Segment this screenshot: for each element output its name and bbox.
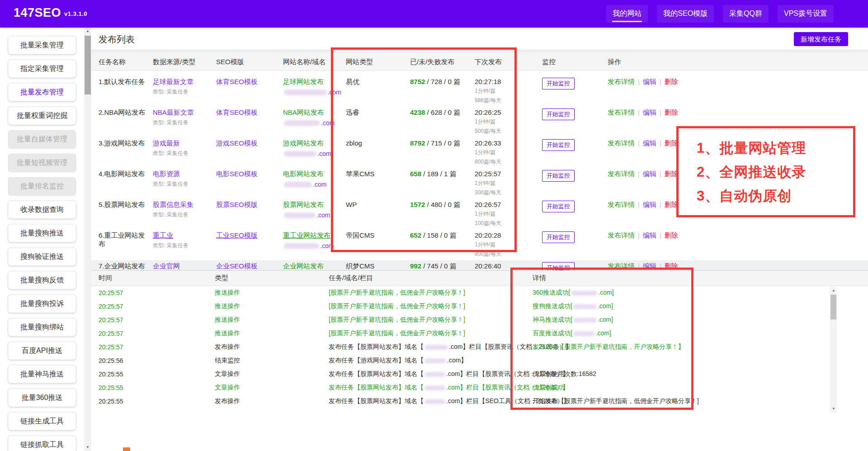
site-name-link[interactable]: NBA网站发布 [283, 108, 324, 116]
redacted-domain [284, 212, 316, 218]
sidebar-item[interactable]: 链接生成工具 [8, 412, 76, 430]
sidebar-item[interactable]: 批量发布管理 [8, 83, 76, 101]
sidebar-item[interactable]: 收录数据查询 [8, 201, 76, 219]
publish-rate: 1分钟/篇 [475, 87, 538, 95]
delete-link[interactable]: 删除 [665, 201, 678, 208]
daily-limit: 300篇/每天 [475, 189, 538, 197]
start-monitor-button[interactable]: 开始监控 [542, 78, 575, 89]
seo-template-link[interactable]: 工业SEO模版 [216, 231, 258, 239]
sidebar-item[interactable]: 批量搜狗推送 [8, 224, 76, 242]
publish-detail-link[interactable]: 发布详情 [608, 170, 635, 178]
site-name-link[interactable]: 企业网站发布 [283, 262, 324, 270]
scroll-down-icon[interactable]: ▼ [84, 444, 91, 451]
nav-item[interactable]: VPS拨号设置 [778, 5, 834, 23]
start-monitor-button[interactable]: 开始监控 [542, 108, 575, 120]
daily-limit: 800篇/每天 [475, 158, 538, 166]
seo-template-link[interactable]: 体育SEO模板 [216, 108, 258, 116]
sidebar-item[interactable]: 指定采集管理 [8, 60, 76, 78]
seo-template-link[interactable]: 体育SEO模板 [216, 78, 258, 85]
data-source-link[interactable]: 企业官网 [153, 262, 180, 270]
sidebar-item[interactable]: 批量搜狗投诉 [8, 295, 76, 313]
edit-link[interactable]: 编辑 [643, 231, 656, 239]
data-source-type: 类型: 采集任务 [153, 180, 212, 188]
sidebar-item[interactable]: 批量神马推送 [8, 365, 76, 383]
data-source-type: 类型: 采集任务 [153, 150, 212, 157]
scroll-up-icon[interactable]: ▲ [830, 287, 837, 294]
scrollbar-thumb[interactable] [830, 295, 836, 319]
data-source-link[interactable]: NBA最新文章 [153, 108, 194, 116]
edit-link[interactable]: 编辑 [643, 201, 656, 208]
new-publish-task-button[interactable]: 新增发布任务 [794, 32, 848, 46]
log-row: 20:25:55文章操作发布任务【股票网站发布】域名【.com】栏目【股票资讯（… [91, 367, 868, 381]
col-publish-stats: 已/未/失败发布 [410, 58, 475, 66]
redacted-domain [284, 151, 316, 157]
site-cell: NBA网站发布.com [283, 108, 346, 127]
top-nav: 我的网站我的SEO模版采集QQ群VPS拨号设置 [606, 0, 834, 28]
nav-item[interactable]: 采集QQ群 [723, 5, 769, 23]
scroll-up-icon[interactable]: ▲ [84, 28, 91, 35]
domain-suffix: .com [317, 150, 331, 157]
scroll-down-icon[interactable]: ▼ [830, 405, 837, 413]
scrollbar-thumb[interactable] [85, 36, 91, 94]
seo-template-link[interactable]: 电影SEO模板 [216, 170, 258, 178]
site-name-link[interactable]: 电影网站发布 [283, 170, 324, 178]
publish-detail-link[interactable]: 发布详情 [608, 262, 635, 270]
data-source-link[interactable]: 足球最新文章 [153, 78, 193, 85]
publish-detail-link[interactable]: 发布详情 [608, 201, 635, 208]
delete-link[interactable]: 删除 [665, 262, 678, 270]
publish-detail-link[interactable]: 发布详情 [608, 78, 635, 85]
start-monitor-button[interactable]: 开始监控 [542, 201, 575, 212]
sidebar-item[interactable]: 批量采集管理 [8, 36, 76, 54]
sidebar-item[interactable]: 批量搜狗绑站 [8, 318, 76, 336]
site-name-link[interactable]: 重工业网站发布 [283, 231, 330, 239]
site-cell: 重工业网站发布.com [283, 231, 346, 249]
publish-detail-link[interactable]: 发布详情 [608, 108, 635, 116]
start-monitor-button[interactable]: 开始监控 [542, 170, 575, 182]
data-source-link[interactable]: 游戏最新 [153, 139, 180, 147]
data-source-link[interactable]: 股票信息采集 [153, 201, 193, 208]
seo-template-link[interactable]: 游戏SEO模板 [216, 139, 258, 147]
sidebar-item[interactable]: 搜狗验证推送 [8, 248, 76, 266]
edit-link[interactable]: 编辑 [643, 170, 656, 178]
delete-link[interactable]: 删除 [665, 139, 678, 147]
nav-item[interactable]: 我的SEO模版 [657, 5, 714, 23]
log-detail-cell: 发布成功【股票开户新手避坑指南，开户攻略分享！】 [533, 343, 868, 351]
edit-link[interactable]: 编辑 [643, 78, 656, 85]
seo-template-link[interactable]: 股票SEO模版 [216, 201, 258, 208]
delete-link[interactable]: 删除 [665, 170, 678, 178]
start-monitor-button[interactable]: 开始监控 [542, 139, 575, 151]
sidebar-item[interactable]: 百度API推送 [8, 342, 76, 360]
site-domain: .com [283, 242, 341, 249]
main-vertical-scrollbar[interactable]: ▲ ▼ [84, 28, 91, 451]
sidebar-item[interactable]: 批量搜狗反馈 [8, 271, 76, 289]
delete-link[interactable]: 删除 [665, 231, 678, 239]
data-source-link[interactable]: 电影资源 [153, 170, 180, 178]
site-name-link[interactable]: 游戏网站发布 [283, 139, 324, 147]
publish-detail-link[interactable]: 发布详情 [608, 139, 635, 147]
edit-link[interactable]: 编辑 [643, 262, 656, 270]
site-name-link[interactable]: 股票网站发布 [283, 201, 324, 208]
log-time-cell: 20:25:55 [99, 371, 215, 378]
seo-template-cell: 股票SEO模版 [216, 201, 283, 209]
bottom-strip [91, 447, 868, 451]
seo-template-link[interactable]: 企业SEO模板 [216, 262, 258, 270]
delete-link[interactable]: 删除 [665, 78, 678, 85]
start-monitor-button[interactable]: 开始监控 [542, 231, 575, 243]
site-name-link[interactable]: 足球网站发布 [283, 78, 324, 85]
edit-link[interactable]: 编辑 [643, 139, 656, 147]
col-site-type: 网站类型 [346, 58, 410, 66]
nav-item[interactable]: 我的网站 [606, 5, 648, 23]
log-vertical-scrollbar[interactable]: ▲ ▼ [830, 287, 837, 413]
delete-link[interactable]: 删除 [665, 108, 678, 116]
sidebar-item[interactable]: 批量权重词挖掘 [8, 107, 76, 125]
edit-link[interactable]: 编辑 [643, 108, 656, 116]
sidebar-item[interactable]: 批量360推送 [8, 389, 76, 407]
data-source-link[interactable]: 重工业 [153, 231, 173, 239]
log-row: 20:25:57推送操作[股票开户新手避坑指南，低佣金开户攻略分享！]搜狗推送成… [91, 300, 868, 313]
log-type-cell: 发布操作 [215, 397, 329, 405]
publish-rate: 1分钟/篇 [475, 149, 538, 156]
sidebar-item[interactable]: 链接抓取工具 [8, 436, 76, 451]
daily-limit: 500篇/每天 [475, 127, 538, 135]
log-task-cell: 发布任务【游戏网站发布】域名【.com】 [329, 357, 533, 365]
publish-detail-link[interactable]: 发布详情 [608, 231, 635, 239]
